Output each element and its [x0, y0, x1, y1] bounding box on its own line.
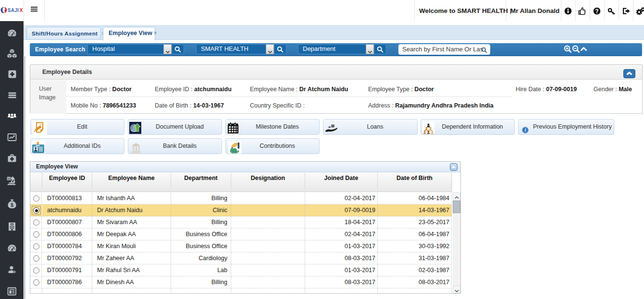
svg-text:SAJI: SAJI: [8, 8, 19, 13]
svg-text:i: i: [525, 128, 526, 132]
svg-text:X: X: [20, 7, 23, 13]
svg-text:$: $: [11, 203, 13, 208]
